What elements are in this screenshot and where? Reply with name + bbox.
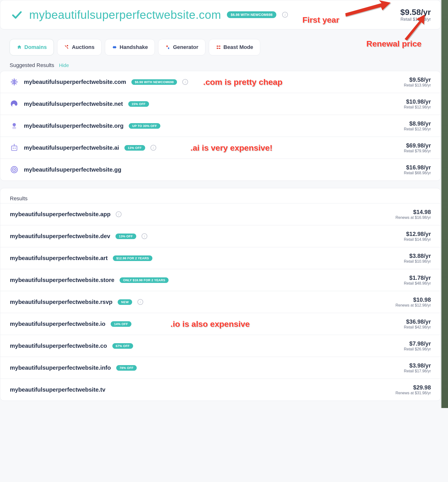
svg-point-1 [216, 46, 218, 47]
svg-point-8 [13, 148, 14, 149]
suggested-header-label: Suggested Results [10, 62, 54, 68]
info-icon[interactable]: i [282, 12, 288, 18]
price: $3.88/yrRetail $10.98/yr [387, 253, 431, 264]
price-value: $10.98 [387, 296, 431, 303]
price-value: $16.98/yr [387, 164, 431, 171]
tld-icon [10, 121, 19, 130]
results-row[interactable]: mybeautifulsuperperfectwebsite.appi$14.9… [0, 203, 440, 225]
annotation-ai-expensive: .ai is very expensive! [191, 143, 272, 153]
price-value: $1.78/yr [387, 275, 431, 281]
svg-rect-2 [218, 46, 220, 47]
price: $69.98/yrRetail $79.98/yr [387, 142, 431, 153]
suggested-row[interactable]: mybeautifulsuperperfectwebsite.gg$16.98/… [0, 158, 440, 181]
promo-badge: ONLY $18.98 FOR 2 YEARS [120, 277, 168, 283]
window-scrollbar[interactable] [441, 0, 448, 408]
info-icon[interactable]: i [137, 299, 143, 305]
promo-badge: $6.98 WITH NEWCOM698 [131, 79, 177, 85]
results-row[interactable]: mybeautifulsuperperfectwebsite.info78% O… [0, 357, 440, 379]
tab-icon [165, 45, 170, 50]
suggested-row[interactable]: mybeautifulsuperperfectwebsite.net15% OF… [0, 93, 440, 115]
retail-value: Renews at $16.98/yr [387, 215, 431, 220]
price-value: $69.98/yr [387, 142, 431, 149]
promo-badge: 15% OFF [128, 101, 149, 107]
annotation-arrow-first-year [343, 0, 391, 19]
info-icon[interactable]: i [116, 211, 121, 217]
tab-icon [17, 45, 22, 50]
results-row[interactable]: mybeautifulsuperperfectwebsite.rsvpNEWi$… [0, 291, 440, 313]
price: $10.98Renews at $12.98/yr [387, 296, 431, 308]
price: $3.98/yrRetail $17.98/yr [387, 362, 431, 373]
suggested-results-header: Suggested Results Hide [0, 55, 441, 71]
tab-domains[interactable]: Domains [10, 39, 54, 55]
domain-name: mybeautifulsuperperfectwebsite.store [10, 277, 114, 284]
retail-value: Retail $10.98/yr [387, 259, 431, 264]
suggested-row[interactable]: mybeautifulsuperperfectwebsite.com$6.98 … [0, 71, 440, 93]
annotation-first-year: First year [302, 15, 339, 24]
tab-auctions[interactable]: Auctions [57, 39, 102, 55]
results-row[interactable]: mybeautifulsuperperfectwebsite.io14% OFF… [0, 313, 440, 335]
suggested-row[interactable]: mybeautifulsuperperfectwebsite.orgUP TO … [0, 115, 440, 137]
results-listing: Results mybeautifulsuperperfectwebsite.a… [0, 188, 441, 401]
price-value: $9.58/yr [387, 76, 431, 83]
retail-value: Retail $42.98/yr [387, 325, 431, 329]
tab-label: Handshake [120, 44, 148, 50]
main-domain-card: mybeautifulsuperperfectwebsite.com $6.98… [0, 0, 441, 29]
price-value: $3.98/yr [387, 362, 431, 369]
tab-label: Domains [24, 44, 47, 50]
results-header-label: Results [0, 188, 440, 203]
info-icon[interactable]: i [142, 233, 147, 239]
promo-badge: $12.98 FOR 2 YEARS [113, 255, 152, 261]
hide-link[interactable]: Hide [59, 63, 69, 68]
tab-handshake[interactable]: Handshake [105, 39, 155, 55]
domain-name: mybeautifulsuperperfectwebsite.io [10, 321, 105, 327]
retail-value: Retail $17.98/yr [387, 369, 431, 373]
tab-icon [216, 45, 221, 50]
svg-rect-6 [14, 126, 15, 127]
tab-label: Generator [173, 44, 198, 50]
price: $16.98/yrRetail $68.98/yr [387, 164, 431, 175]
tld-icon [10, 78, 19, 86]
price-value: $12.98/yr [387, 231, 431, 237]
price: $12.98/yrRetail $14.98/yr [387, 231, 431, 242]
svg-rect-7 [12, 146, 17, 150]
domain-name: mybeautifulsuperperfectwebsite.org [24, 122, 123, 129]
tabs: DomainsAuctionsHandshakeGeneratorBeast M… [0, 29, 441, 55]
retail-value: Renews at $12.98/yr [387, 303, 431, 308]
promo-badge: $6.98 WITH NEWCOM698 [227, 11, 276, 18]
tab-label: Beast Mode [224, 44, 253, 50]
suggested-row[interactable]: mybeautifulsuperperfectwebsite.ai13% OFF… [0, 137, 440, 158]
retail-value: Retail $13.98/yr [387, 83, 431, 87]
tab-beast-mode[interactable]: Beast Mode [209, 39, 260, 55]
results-row[interactable]: mybeautifulsuperperfectwebsite.storeONLY… [0, 269, 440, 291]
price-value: $14.98 [387, 209, 431, 215]
info-icon[interactable]: i [182, 79, 188, 85]
price: $7.98/yrRetail $26.98/yr [387, 340, 431, 351]
promo-badge: 67% OFF [112, 343, 133, 349]
main-domain-name[interactable]: mybeautifulsuperperfectwebsite.com [29, 8, 221, 22]
domain-name: mybeautifulsuperperfectwebsite.gg [24, 166, 121, 173]
tab-icon [112, 45, 117, 50]
retail-value: Retail $12.98/yr [387, 127, 431, 131]
svg-point-14 [14, 169, 15, 170]
retail-value: Retail $12.98/yr [387, 105, 431, 110]
price-value: $3.88/yr [387, 253, 431, 259]
svg-point-9 [15, 148, 16, 149]
results-row[interactable]: mybeautifulsuperperfectwebsite.co67% OFF… [0, 335, 440, 357]
results-row[interactable]: mybeautifulsuperperfectwebsite.art$12.98… [0, 247, 440, 269]
price-value: $8.98/yr [387, 120, 431, 127]
price: $1.78/yrRetail $48.98/yr [387, 275, 431, 285]
price-value: $10.98/yr [387, 98, 431, 105]
promo-badge: 14% OFF [111, 321, 131, 327]
results-row[interactable]: mybeautifulsuperperfectwebsite.dev13% OF… [0, 225, 440, 247]
promo-badge: 13% OFF [115, 234, 136, 239]
results-row[interactable]: mybeautifulsuperperfectwebsite.tv$29.98R… [0, 379, 440, 401]
svg-point-3 [216, 48, 218, 49]
info-icon[interactable]: i [151, 145, 156, 151]
domain-name: mybeautifulsuperperfectwebsite.ai [24, 144, 119, 151]
tab-generator[interactable]: Generator [158, 39, 205, 55]
price: $8.98/yrRetail $12.98/yr [387, 120, 431, 131]
tab-icon [64, 45, 69, 50]
annotation-com-cheap: .com is pretty cheap [203, 77, 282, 87]
domain-name: mybeautifulsuperperfectwebsite.co [10, 342, 107, 349]
main-price: $9.58/yr Retail $13.98/yr [387, 8, 431, 22]
